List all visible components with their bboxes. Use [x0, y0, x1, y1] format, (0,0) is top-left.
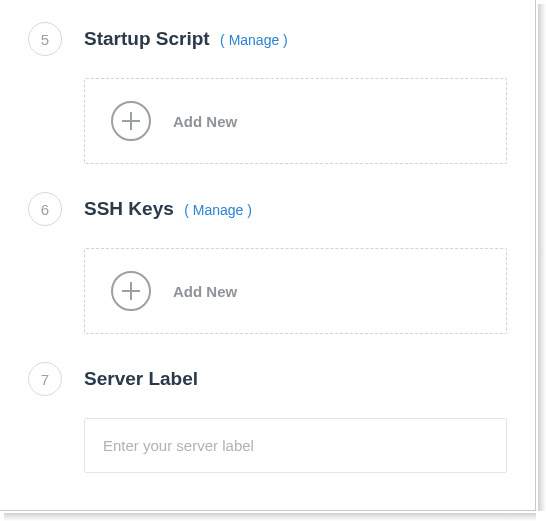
section-startup-script: 5 Startup Script ( Manage ) Add New — [28, 22, 507, 164]
add-new-label: Add New — [173, 113, 237, 130]
section-header: 5 Startup Script ( Manage ) — [28, 22, 507, 56]
section-server-label: 7 Server Label — [28, 362, 507, 473]
manage-startup-script-link[interactable]: ( Manage ) — [220, 32, 288, 48]
section-title-wrap: Startup Script ( Manage ) — [84, 28, 288, 51]
section-title: Startup Script — [84, 28, 210, 49]
plus-icon — [111, 271, 151, 311]
step-number: 6 — [28, 192, 62, 226]
server-label-input[interactable] — [85, 419, 506, 472]
section-title: SSH Keys — [84, 198, 174, 219]
section-body — [84, 418, 507, 473]
server-label-input-wrap — [84, 418, 507, 473]
step-number: 7 — [28, 362, 62, 396]
settings-panel: 5 Startup Script ( Manage ) Add New 6 SS… — [0, 0, 536, 511]
add-ssh-key-button[interactable]: Add New — [84, 248, 507, 334]
shadow-bottom — [4, 513, 536, 521]
section-body: Add New — [84, 78, 507, 164]
plus-icon — [111, 101, 151, 141]
manage-ssh-keys-link[interactable]: ( Manage ) — [184, 202, 252, 218]
add-startup-script-button[interactable]: Add New — [84, 78, 507, 164]
section-ssh-keys: 6 SSH Keys ( Manage ) Add New — [28, 192, 507, 334]
section-header: 6 SSH Keys ( Manage ) — [28, 192, 507, 226]
add-new-label: Add New — [173, 283, 237, 300]
shadow-right — [538, 4, 546, 511]
step-number: 5 — [28, 22, 62, 56]
section-title: Server Label — [84, 368, 198, 391]
section-body: Add New — [84, 248, 507, 334]
section-header: 7 Server Label — [28, 362, 507, 396]
section-title-wrap: SSH Keys ( Manage ) — [84, 198, 252, 221]
